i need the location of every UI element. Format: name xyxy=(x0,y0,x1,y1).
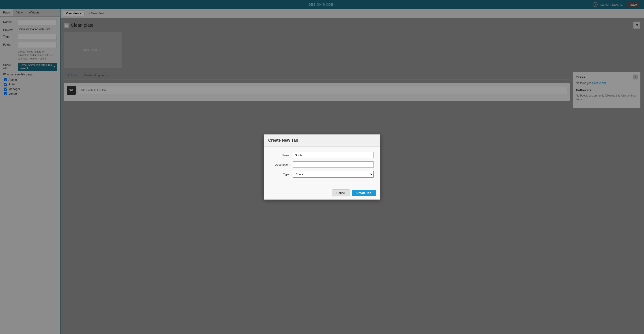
modal-type-row: Type: Shots Assets Tasks Notes xyxy=(270,171,374,178)
modal-description-label: Description: xyxy=(270,163,293,166)
modal-overlay: Create New Tab Name: Description: Type: … xyxy=(0,0,644,334)
modal-name-input[interactable] xyxy=(293,152,374,158)
modal-body: Name: Description: Type: Shots Assets Ta… xyxy=(264,146,380,186)
modal-footer: Cancel Create Tab xyxy=(264,186,380,200)
create-tab-modal: Create New Tab Name: Description: Type: … xyxy=(264,134,380,200)
modal-description-row: Description: xyxy=(270,161,374,168)
modal-cancel-button[interactable]: Cancel xyxy=(332,190,350,196)
modal-description-input[interactable] xyxy=(293,161,374,168)
modal-title: Create New Tab xyxy=(268,138,298,142)
modal-type-label: Type: xyxy=(270,173,293,176)
modal-name-row: Name: xyxy=(270,152,374,158)
create-tab-button[interactable]: Create Tab xyxy=(352,190,376,196)
modal-type-select[interactable]: Shots Assets Tasks Notes xyxy=(293,171,374,178)
modal-header: Create New Tab xyxy=(264,134,380,146)
modal-name-label: Name: xyxy=(270,153,293,157)
